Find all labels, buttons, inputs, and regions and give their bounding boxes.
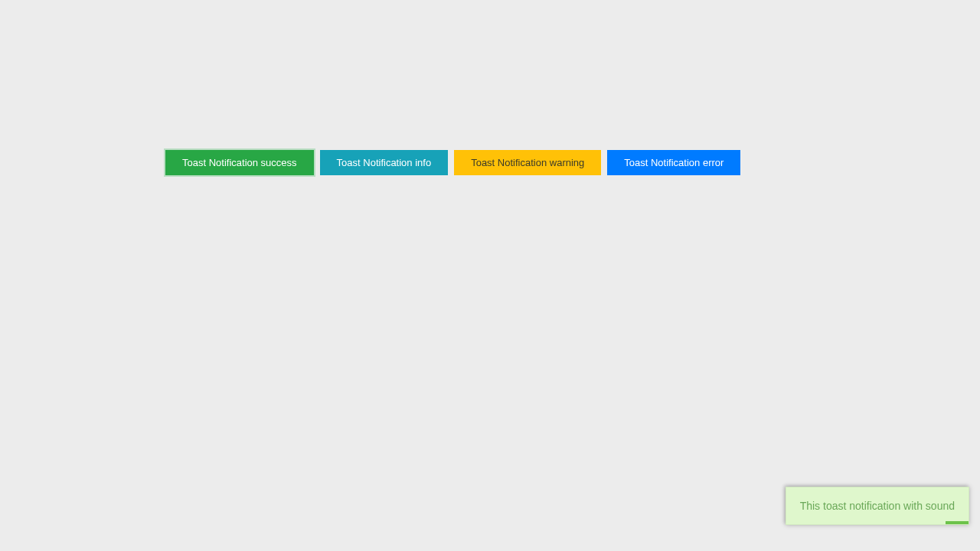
toast-message: This toast notification with sound: [800, 500, 955, 512]
toast-warning-button[interactable]: Toast Notification warning: [454, 150, 601, 175]
toast-success-button[interactable]: Toast Notification success: [165, 150, 314, 175]
toast-info-button[interactable]: Toast Notification info: [320, 150, 449, 175]
toast-error-button[interactable]: Toast Notification error: [607, 150, 740, 175]
button-row: Toast Notification success Toast Notific…: [165, 150, 740, 175]
toast-notification[interactable]: This toast notification with sound: [786, 487, 969, 525]
